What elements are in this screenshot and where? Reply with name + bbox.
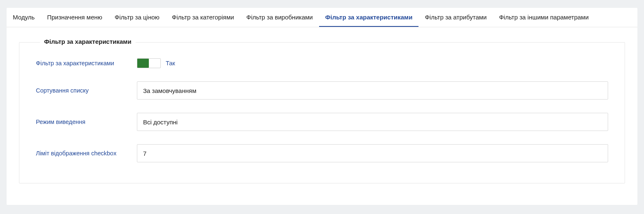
input-limit[interactable]	[137, 144, 608, 162]
tab-filter-manufacturers[interactable]: Фільтр за виробниками	[240, 8, 319, 27]
label-mode: Режим виведення	[36, 119, 137, 125]
row-mode: Режим виведення Всі доступні	[19, 113, 625, 131]
control-mode: Всі доступні	[137, 113, 608, 131]
settings-panel: Модуль Призначення меню Фільтр за ціною …	[7, 8, 637, 205]
tab-filter-characteristics[interactable]: Фільтр за характеристиками	[319, 8, 419, 27]
tab-filter-other[interactable]: Фільтр за іншими параметрами	[493, 8, 595, 27]
control-limit	[137, 144, 608, 162]
fieldset-characteristics: Фільтр за характеристиками Фільтр за хар…	[19, 42, 625, 183]
row-enable-filter: Фільтр за характеристиками Так	[19, 58, 625, 68]
tab-filter-categories[interactable]: Фільтр за категоріями	[166, 8, 240, 27]
tab-content: Фільтр за характеристиками Фільтр за хар…	[7, 27, 637, 205]
tabs-bar: Модуль Призначення меню Фільтр за ціною …	[7, 8, 637, 27]
label-enable-filter: Фільтр за характеристиками	[36, 60, 137, 67]
toggle-state-text: Так	[166, 60, 175, 67]
tab-filter-price[interactable]: Фільтр за ціною	[108, 8, 166, 27]
tab-filter-attributes[interactable]: Фільтр за атрибутами	[418, 8, 493, 27]
fieldset-legend: Фільтр за характеристиками	[40, 38, 136, 45]
toggle-knob-icon	[137, 59, 149, 68]
control-enable-filter: Так	[137, 58, 608, 68]
label-sort: Сортування списку	[36, 87, 137, 94]
select-mode[interactable]: Всі доступні	[137, 113, 608, 131]
row-limit: Ліміт відображення checkbox	[19, 144, 625, 162]
label-limit: Ліміт відображення checkbox	[36, 150, 137, 157]
toggle-enable-filter[interactable]	[137, 58, 161, 68]
tab-menu-assignment[interactable]: Призначення меню	[41, 8, 108, 27]
row-sort: Сортування списку За замовчуванням	[19, 81, 625, 100]
tab-module[interactable]: Модуль	[7, 8, 41, 27]
control-sort: За замовчуванням	[137, 81, 608, 100]
select-sort[interactable]: За замовчуванням	[137, 81, 608, 100]
